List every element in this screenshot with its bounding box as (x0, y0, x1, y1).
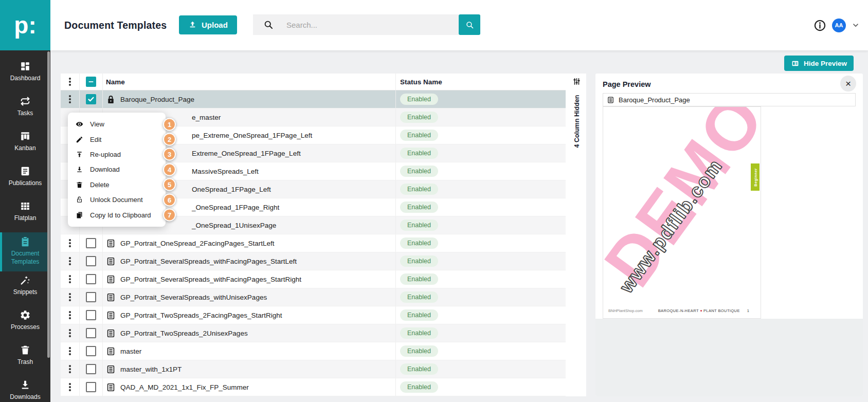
row-menu-kebab-icon[interactable] (67, 381, 73, 393)
sidebar-item-trash[interactable]: Trash (0, 341, 50, 376)
header-status-cell[interactable]: Status Name (396, 74, 566, 90)
row-menu-kebab-icon[interactable] (67, 309, 73, 321)
status-badge: Enabled (400, 363, 438, 375)
template-name: Baroque_Product_Page (120, 96, 194, 103)
row-checkbox[interactable] (86, 274, 96, 284)
status-badge: Enabled (400, 345, 438, 357)
row-checkbox[interactable] (86, 292, 96, 302)
row-kebab-cell (61, 288, 80, 306)
chevron-down-icon[interactable] (852, 21, 860, 29)
menu-item-view[interactable]: View 1 (68, 117, 166, 132)
sidebar-item-label: Dashboard (10, 75, 41, 83)
row-checkbox[interactable] (86, 310, 96, 320)
gear-icon (20, 309, 31, 321)
menu-item-copy-id-to-clipboard[interactable]: Copy Id to Clipboard 7 (68, 207, 166, 222)
header-kebab-icon[interactable] (67, 76, 73, 88)
row-name-cell: GP_Portrait_SeveralSpreads_withUnisexPag… (103, 288, 396, 306)
row-checkbox[interactable] (86, 94, 96, 104)
table-row[interactable]: GP_Portrait_TwoSpreads_2FacingPages_Star… (61, 306, 566, 324)
menu-item-unlock-document[interactable]: Unlock Document 6 (68, 192, 166, 207)
table-row[interactable]: GP_Portrait_SeveralSpreads_withUnisexPag… (61, 288, 566, 306)
row-checkbox[interactable] (86, 364, 96, 374)
menu-item-delete[interactable]: Delete 5 (68, 177, 166, 192)
row-checkbox[interactable] (86, 238, 96, 248)
row-menu-kebab-icon[interactable] (67, 93, 73, 105)
close-icon[interactable]: × (840, 76, 856, 92)
sidebar-item-kanban[interactable]: Kanban (0, 127, 50, 162)
avatar[interactable]: AA (832, 19, 846, 32)
row-name-cell: master_with_1x1PT (103, 360, 396, 378)
hidden-columns-label[interactable]: 4 Column Hidden (573, 88, 581, 155)
template-name: GP_Portrait_SeveralSpreads_withUnisexPag… (120, 294, 267, 301)
table-row[interactable]: GP_Portrait_OneSpread_2FacingPages_Start… (61, 234, 566, 252)
row-menu-kebab-icon[interactable] (67, 363, 73, 375)
search-input[interactable] (285, 20, 459, 30)
search-submit-button[interactable] (459, 14, 480, 35)
publications-icon (20, 166, 31, 177)
status-badge: Enabled (400, 291, 438, 303)
row-menu-kebab-icon[interactable] (67, 291, 73, 303)
status-badge: Enabled (400, 255, 438, 267)
row-kebab-cell (61, 360, 80, 378)
info-icon[interactable] (813, 19, 826, 32)
template-name: _OneSpread_1UnisexPage (192, 222, 276, 229)
upload-button-label: Upload (202, 21, 228, 29)
content-area: Hide Preview Name Status Name Bar (50, 50, 868, 402)
row-checkbox[interactable] (86, 328, 96, 338)
pencil-icon (76, 136, 83, 143)
sidebar-item-label: Snippets (13, 288, 38, 297)
table-row[interactable]: QAD_A_MD_2021_1x1_Fix_FP_Summer Enabled (61, 378, 566, 396)
row-menu-kebab-icon[interactable] (67, 345, 73, 357)
menu-item-label: Delete (90, 181, 110, 189)
sidebar-item-dashboard[interactable]: Dashboard (0, 58, 50, 93)
row-menu-kebab-icon[interactable] (67, 327, 73, 339)
upload-button[interactable]: Upload (179, 15, 237, 34)
row-menu-kebab-icon[interactable] (67, 273, 73, 285)
row-checkbox[interactable] (86, 346, 96, 356)
sidebar-item-snippets[interactable]: Snippets (0, 271, 50, 306)
row-status-cell: Enabled (396, 198, 566, 216)
row-checkbox-cell (80, 270, 103, 288)
menu-item-re-upload[interactable]: Re-upload 3 (68, 147, 166, 162)
sidebar-item-tasks[interactable]: Tasks (0, 93, 50, 127)
tasks-icon (20, 96, 31, 107)
sidebar-item-document-templates[interactable]: Document Templates (0, 232, 48, 271)
row-menu-kebab-icon[interactable] (67, 255, 73, 267)
row-status-cell: Enabled (396, 90, 566, 108)
row-checkbox[interactable] (86, 256, 96, 266)
document-icon (106, 275, 116, 284)
page-caption: BNHPlantShop.com BAROQUE-N-HEARTPLANT BO… (608, 308, 757, 313)
table-row[interactable]: master_with_1x1PT Enabled (61, 360, 566, 378)
row-kebab-cell (61, 378, 80, 396)
column-chooser-icon[interactable] (572, 77, 582, 86)
row-kebab-cell (61, 90, 80, 108)
status-badge: Enabled (400, 220, 438, 231)
preview-document-name: Baroque_Product_Page (619, 96, 690, 104)
table-row[interactable]: master Enabled (61, 342, 566, 360)
document-icon (106, 257, 116, 266)
column-header-name: Name (106, 78, 125, 86)
sidebar-item-downloads[interactable]: Downloads (0, 376, 50, 402)
row-checkbox[interactable] (86, 382, 96, 392)
search-field (253, 14, 459, 35)
sidebar-item-flatplan[interactable]: Flatplan (0, 197, 50, 232)
sidebar-item-publications[interactable]: Publications (0, 162, 50, 197)
template-name: QAD_A_MD_2021_1x1_Fix_FP_Summer (120, 383, 249, 391)
table-row[interactable]: GP_Portrait_TwoSpreads_2UnisexPages Enab… (61, 324, 566, 342)
red-dot-icon (700, 310, 702, 312)
table-row[interactable]: Baroque_Product_Page Enabled (61, 90, 566, 108)
table-row[interactable]: GP_Portrait_SeveralSpreads_withFacingPag… (61, 270, 566, 288)
select-all-checkbox[interactable] (86, 77, 96, 87)
sidebar-scrollbar[interactable] (47, 51, 50, 358)
row-menu-kebab-icon[interactable] (67, 237, 73, 249)
app-logo[interactable]: p: (0, 0, 50, 50)
sidebar-item-processes[interactable]: Processes (0, 306, 50, 341)
menu-item-edit[interactable]: Edit 2 (68, 132, 166, 147)
step-badge: 5 (163, 178, 176, 191)
status-badge: Enabled (400, 273, 438, 285)
menu-item-download[interactable]: Download 4 (68, 162, 166, 177)
table-row[interactable]: GP_Portrait_SeveralSpreads_withFacingPag… (61, 252, 566, 270)
lock-icon (106, 95, 116, 104)
header-name-cell[interactable]: Name (103, 74, 396, 90)
hide-preview-button[interactable]: Hide Preview (784, 56, 854, 71)
